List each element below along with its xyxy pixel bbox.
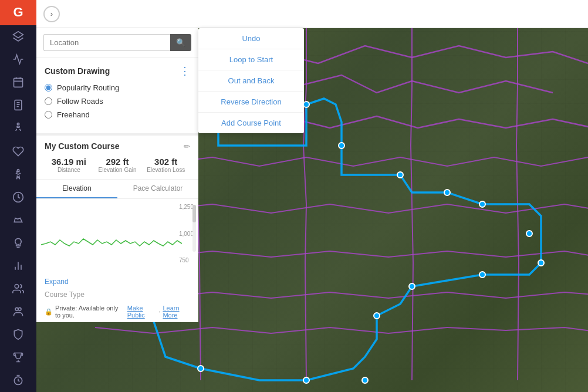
svg-point-25 [526,231,532,236]
course-stats: 36.19 mi Distance 292 ft Elevation Gain … [36,154,198,179]
stat-loss-label: Elevation Loss [141,167,190,173]
sidebar-icon-barchart[interactable] [0,254,36,277]
svg-marker-0 [13,32,23,38]
sidebar-icon-trophy[interactable] [0,346,36,369]
stat-distance: 36.19 mi Distance [45,157,93,173]
svg-point-23 [444,190,450,195]
sidebar-icon-shield[interactable] [0,323,36,346]
course-edit-icon[interactable]: ✏ [184,142,190,151]
sidebar-icon-clock[interactable] [0,185,36,208]
svg-point-20 [303,102,309,107]
stat-elevation-gain: 292 ft Elevation Gain [93,157,142,173]
dropdown-loop-to-start[interactable]: Loop to Start [198,49,304,70]
stat-distance-value: 36.19 mi [45,157,93,167]
chart-label-high: 1,250 [179,204,194,210]
stat-elevation-loss: 302 ft Elevation Loss [141,157,190,173]
sidebar-icon-shoe[interactable] [0,208,36,231]
search-input[interactable] [43,34,170,51]
expand-link[interactable]: Expand [36,275,198,288]
chart-y-labels: 1,250 1,000 750 [179,204,194,263]
svg-point-22 [397,172,403,178]
search-button[interactable]: 🔍 [170,34,191,51]
radio-follow-input[interactable] [45,97,52,105]
chart-label-mid: 1,000 [179,231,194,237]
privacy-text: Private: Available only to you. [55,305,125,319]
drawing-panel: Custom Drawing ⋮ Popularity Routing Foll… [36,58,198,134]
svg-point-29 [374,313,380,319]
radio-popularity-label: Popularity Routing [57,83,119,92]
separator: · [158,308,160,315]
sidebar: G [0,0,36,392]
radio-popularity[interactable]: Popularity Routing [45,83,190,92]
sidebar-icon-layers[interactable] [0,25,36,48]
sidebar-icon-running[interactable] [0,117,36,140]
svg-point-28 [409,283,415,289]
elevation-chart: 1,250 1,000 750 [36,199,198,275]
radio-freehand[interactable]: Freehand [45,110,190,119]
radio-follow-roads[interactable]: Follow Roads [45,97,190,106]
make-public-link[interactable]: Make Public [127,305,157,319]
dropdown-reverse-direction[interactable]: Reverse Direction [198,92,304,113]
sidebar-icon-group[interactable] [0,300,36,323]
svg-point-9 [17,123,19,125]
svg-point-24 [479,201,485,207]
dropdown-add-course-point[interactable]: Add Course Point [198,113,304,133]
sidebar-icon-timer[interactable] [0,369,36,392]
sidebar-logo[interactable]: G [0,0,36,25]
drawing-panel-header: Custom Drawing ⋮ [45,65,190,77]
search-icon: 🔍 [176,38,185,47]
course-panel-header: My Custom Course ✏ [36,136,198,154]
logo-text: G [13,5,23,20]
course-panel: My Custom Course ✏ 36.19 mi Distance 292… [36,134,198,301]
drawing-panel-title: Custom Drawing [45,66,110,76]
sidebar-icon-users[interactable] [0,278,36,300]
sidebar-icon-clipboard[interactable] [0,94,36,117]
nav-chevron[interactable]: › [43,6,60,22]
radio-follow-label: Follow Roads [57,97,103,106]
svg-point-30 [362,377,368,383]
course-tabs: Elevation Pace Calculator [36,179,198,199]
sidebar-icon-calendar[interactable] [0,71,36,94]
svg-point-32 [198,366,204,371]
dropdown-undo[interactable]: Undo [198,28,304,49]
sidebar-icon-walk[interactable] [0,163,36,185]
course-title: My Custom Course [45,141,120,151]
tab-pace[interactable]: Pace Calculator [117,180,198,198]
elevation-svg [41,204,182,268]
drawing-panel-menu-icon[interactable]: ⋮ [180,65,190,77]
svg-point-27 [479,272,485,278]
svg-point-21 [339,143,344,148]
tab-elevation[interactable]: Elevation [36,180,117,198]
top-nav: › [36,0,588,28]
lock-icon: 🔒 [45,308,53,316]
svg-point-31 [303,377,309,383]
radio-freehand-input[interactable] [45,111,52,119]
dropdown-menu: Undo Loop to Start Out and Back Reverse … [198,28,304,133]
sidebar-icon-activity[interactable] [0,48,36,71]
radio-freehand-label: Freehand [57,110,90,119]
stat-loss-value: 302 ft [141,157,190,167]
sidebar-icon-heart[interactable] [0,140,36,163]
course-type-label: Course Type [36,288,198,301]
stat-distance-label: Distance [45,167,93,173]
stat-gain-value: 292 ft [93,157,142,167]
chart-label-low: 750 [179,257,194,263]
dropdown-out-and-back[interactable]: Out and Back [198,70,304,92]
search-bar: 🔍 [36,28,198,58]
learn-more-link[interactable]: Learn More [163,305,190,319]
left-panel: 🔍 Custom Drawing ⋮ Popularity Routing Fo… [36,28,198,322]
svg-point-15 [15,285,19,289]
radio-popularity-input[interactable] [45,84,52,92]
sidebar-icon-lightbulb[interactable] [0,231,36,254]
main-area: › [36,0,588,392]
svg-rect-1 [14,79,23,87]
stat-gain-label: Elevation Gain [93,167,142,173]
bottom-bar: 🔒 Private: Available only to you. Make P… [36,301,198,322]
svg-point-17 [18,307,21,310]
svg-point-26 [538,260,544,266]
